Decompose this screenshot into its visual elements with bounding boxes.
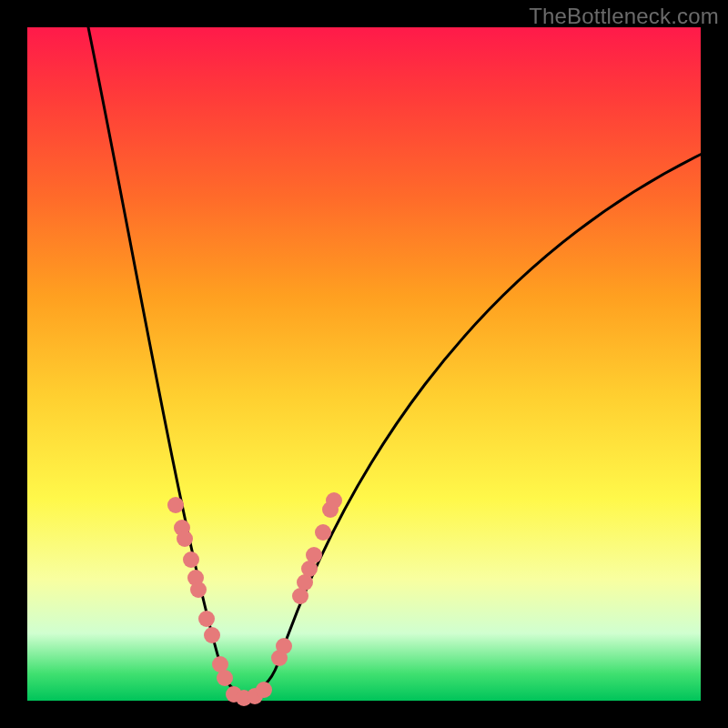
- highlight-dot: [190, 581, 207, 598]
- highlight-dot: [326, 492, 342, 509]
- highlight-dot: [183, 551, 199, 568]
- highlight-dot: [204, 627, 220, 643]
- highlight-dots: [167, 492, 342, 706]
- chart-frame: TheBottleneck.com: [0, 0, 728, 728]
- highlight-dot: [198, 611, 215, 627]
- watermark-label: TheBottleneck.com: [529, 4, 719, 29]
- chart-svg: [27, 27, 701, 701]
- plot-area: [27, 27, 701, 701]
- bottleneck-curve: [86, 18, 719, 693]
- highlight-dot: [167, 497, 184, 513]
- highlight-dot: [315, 524, 331, 541]
- highlight-dot: [306, 547, 322, 563]
- highlight-dot: [177, 531, 193, 547]
- highlight-dot: [217, 670, 233, 686]
- highlight-dot: [276, 638, 292, 654]
- highlight-dot: [256, 682, 272, 698]
